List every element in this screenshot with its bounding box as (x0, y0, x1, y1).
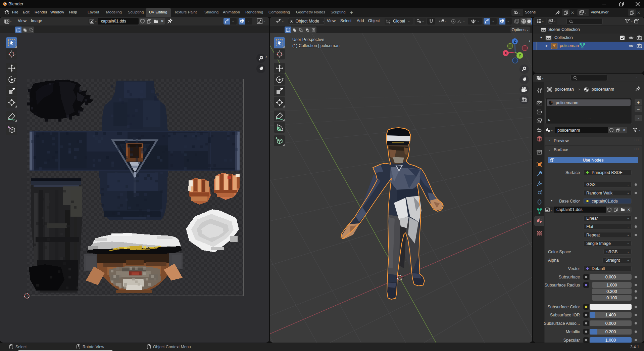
svg-text:X: X (505, 51, 507, 55)
svg-text:Z: Z (514, 40, 516, 43)
svg-text:Y: Y (519, 54, 521, 57)
